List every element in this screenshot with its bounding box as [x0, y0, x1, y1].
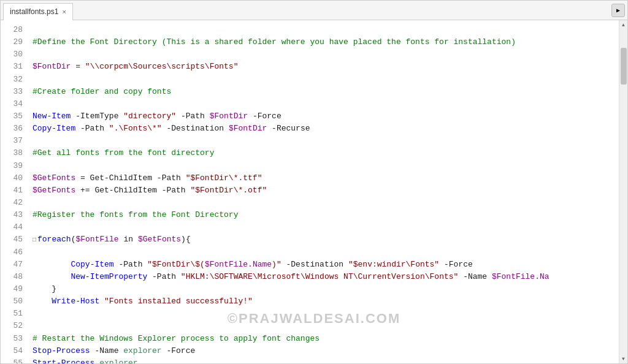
- code-token: Start-Process: [33, 358, 94, 363]
- code-token: $GetFonts: [138, 235, 181, 244]
- line-number: 48: [8, 271, 23, 283]
- scroll-down-arrow[interactable]: ▼: [622, 354, 625, 363]
- code-token: -Destination: [162, 124, 229, 133]
- code-line: [33, 160, 614, 172]
- code-line: Copy-Item -Path ".\Fonts\*" -Destination…: [33, 123, 614, 135]
- code-line: #Get all fonts from the font directory: [33, 147, 614, 159]
- code-token: Copy-Item: [33, 124, 75, 133]
- close-tab-button[interactable]: ×: [62, 9, 66, 15]
- line-number: 50: [8, 295, 23, 308]
- code-token: = Get-ChildItem -Path: [75, 173, 185, 183]
- code-token: -Path: [114, 260, 148, 269]
- line-number: 49: [8, 283, 23, 295]
- line-number: 51: [8, 308, 23, 320]
- editor-area: 2829303132333435363738394041424344454647…: [1, 20, 627, 363]
- code-token: =: [71, 62, 85, 71]
- code-token: }: [33, 284, 56, 294]
- line-number: 52: [8, 320, 23, 332]
- code-token: "\\corpcm\Sources\scripts\Fonts": [85, 62, 239, 71]
- code-line: Start-Process explorer: [33, 357, 614, 363]
- code-editor[interactable]: #Define the Font Directory (This is a sh…: [28, 20, 619, 363]
- code-line: Copy-Item -Path "$FontDir\$($FontFile.Na…: [33, 259, 614, 271]
- code-line: [33, 98, 614, 110]
- code-token: -Force: [248, 112, 281, 121]
- line-number: 45: [8, 233, 23, 246]
- tab-filename: installfonts.ps1: [10, 7, 58, 16]
- code-token: #Get all fonts from the font directory: [33, 148, 214, 157]
- code-token: "Fonts installed successfully!": [104, 297, 253, 306]
- code-token: Write-Host: [52, 297, 99, 306]
- code-line: # Restart the Windows Explorer process t…: [33, 333, 614, 345]
- code-token: -Path: [147, 272, 181, 281]
- code-token: New-ItemProperty: [71, 272, 147, 281]
- code-token: # Restart the Windows Explorer process t…: [33, 334, 320, 343]
- scrollbar-thumb[interactable]: [621, 48, 627, 85]
- line-number: 38: [8, 147, 23, 159]
- code-token: += Get-ChildItem -Path: [75, 186, 190, 195]
- file-tab[interactable]: installfonts.ps1 ×: [3, 3, 73, 20]
- code-token: $FontDir: [210, 112, 248, 121]
- code-token: in: [119, 235, 138, 244]
- code-token: -Destination: [281, 260, 348, 269]
- code-token: "$env:windir\Fonts": [348, 260, 439, 269]
- line-number: 33: [8, 86, 23, 98]
- code-token: Copy-Item: [71, 260, 113, 269]
- line-number: 54: [8, 345, 23, 357]
- vertical-scrollbar[interactable]: ▲ ▼: [619, 20, 627, 363]
- code-line: [33, 197, 614, 209]
- code-line: #Create folder and copy fonts: [33, 86, 614, 98]
- code-token: #Create folder and copy fonts: [33, 87, 171, 96]
- code-line: [33, 74, 614, 86]
- collapse-icon[interactable]: □: [33, 237, 36, 243]
- code-line: $FontDir = "\\corpcm\Sources\scripts\Fon…: [33, 61, 614, 73]
- code-line: [33, 221, 614, 233]
- line-numbers: 2829303132333435363738394041424344454647…: [1, 20, 28, 363]
- line-number: 53: [8, 333, 23, 345]
- code-token: $FontDir: [33, 62, 71, 71]
- line-number: 40: [8, 172, 23, 184]
- line-number: 28: [8, 24, 23, 36]
- code-token: [33, 272, 71, 281]
- code-token: -Name: [458, 272, 492, 281]
- code-token: $FontDir: [229, 124, 267, 133]
- code-token: foreach: [37, 235, 71, 244]
- line-number: 39: [8, 160, 23, 172]
- code-line: Stop-Process -Name explorer -Force: [33, 345, 614, 357]
- code-token: -ItemType: [75, 112, 123, 121]
- code-token: $FontFile.Na: [492, 272, 550, 281]
- code-token: -Force: [439, 260, 473, 269]
- code-token: ".\Fonts\*": [109, 124, 162, 133]
- line-number: 43: [8, 209, 23, 221]
- code-token: Stop-Process: [33, 346, 90, 355]
- code-token: ){: [181, 235, 191, 244]
- scroll-up-arrow[interactable]: ▲: [622, 20, 625, 29]
- code-token: )": [272, 260, 281, 269]
- code-line: [33, 320, 614, 332]
- code-token: explorer: [99, 358, 137, 363]
- code-token: -Path: [75, 124, 109, 133]
- code-line: $GetFonts += Get-ChildItem -Path "$FontD…: [33, 184, 614, 197]
- line-number: 37: [8, 135, 23, 147]
- line-number: 55: [8, 357, 23, 363]
- line-number: 41: [8, 184, 23, 197]
- code-line: Write-Host "Fonts installed successfully…: [33, 295, 614, 308]
- code-token: $GetFonts: [33, 173, 75, 183]
- code-token: $GetFonts: [33, 186, 75, 195]
- code-token: [33, 297, 52, 306]
- line-number: 34: [8, 98, 23, 110]
- line-number: 46: [8, 246, 23, 259]
- code-token: explorer: [123, 346, 161, 355]
- main-window: installfonts.ps1 × ▶ 2829303132333435363…: [0, 0, 628, 364]
- line-number: 29: [8, 36, 23, 48]
- code-token: "$FontDir\*.otf": [190, 186, 267, 195]
- code-token: -Path: [176, 112, 210, 121]
- code-line: #Register the fonts from the Font Direct…: [33, 209, 614, 221]
- code-token: "HKLM:\SOFTWARE\Microsoft\Windows NT\Cur…: [181, 272, 458, 281]
- tab-scroll-button[interactable]: ▶: [611, 4, 625, 17]
- code-token: New-Item: [33, 112, 71, 121]
- code-token: -Recurse: [267, 124, 310, 133]
- code-line: [33, 24, 614, 36]
- line-number: 47: [8, 259, 23, 271]
- line-number: 30: [8, 48, 23, 61]
- line-number: 42: [8, 197, 23, 209]
